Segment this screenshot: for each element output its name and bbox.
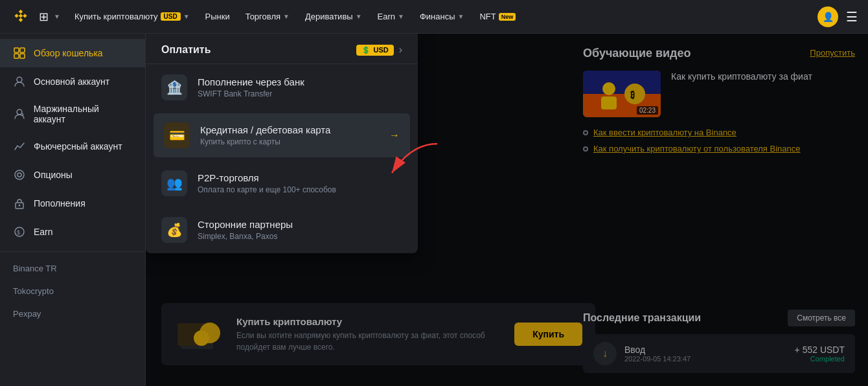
dropdown-header: Оплатить 💲 USD › — [146, 34, 418, 64]
nav-trade-chevron: ▼ — [283, 13, 290, 20]
binance-logo[interactable] — [10, 6, 31, 27]
dropdown-bank-sub: SWIFT Bank Transfer — [198, 89, 402, 98]
usd-label: USD — [373, 46, 388, 54]
nav-markets-label: Рынки — [205, 12, 230, 21]
svg-point-12 — [15, 170, 24, 179]
dropdown-card-title: Кредитная / дебетовая карта — [200, 124, 379, 135]
svg-point-10 — [17, 77, 22, 82]
nav-right: 👤 ☰ — [817, 6, 858, 27]
svg-point-15 — [19, 205, 21, 207]
dropdown-partners-sub: Simplex, Banxa, Paxos — [198, 232, 402, 241]
sidebar-item-overview[interactable]: Обзор кошелька — [0, 39, 145, 67]
sidebar-earn-icon: $ — [13, 225, 26, 238]
dropdown-card-sub: Купить крипто с карты — [200, 137, 379, 146]
sidebar-item-earn[interactable]: $ Earn — [0, 218, 145, 246]
nav-usd-badge: USD — [161, 12, 181, 21]
sidebar-item-deposits[interactable]: Пополнения — [0, 189, 145, 218]
dropdown-item-partners[interactable]: 💰 Сторонние партнеры Simplex, Banxa, Pax… — [146, 207, 418, 253]
nav-buy-crypto[interactable]: Купить криптовалюту USD ▼ — [68, 8, 196, 25]
nav-finance-chevron: ▼ — [458, 13, 464, 20]
sidebar-sub-pexpay-label: Pexpay — [13, 309, 41, 319]
dropdown-bank-text: Пополнение через банк SWIFT Bank Transfe… — [198, 76, 402, 98]
sidebar-deposits-label: Пополнения — [34, 198, 86, 209]
grid-chevron[interactable]: ▼ — [54, 13, 60, 20]
hamburger-menu-icon[interactable]: ☰ — [846, 9, 858, 25]
dropdown-p2p-sub: Оплата по карте и еще 100+ способов — [198, 185, 402, 194]
sidebar-item-options[interactable]: Опционы — [0, 161, 145, 189]
svg-rect-8 — [14, 54, 19, 58]
dropdown-p2p-text: P2P-торговля Оплата по карте и еще 100+ … — [198, 172, 402, 194]
sidebar-margin-icon — [13, 108, 26, 120]
nav-finance[interactable]: Финансы ▼ — [413, 8, 470, 25]
sidebar-sub-tokocrypto[interactable]: Tokocrypto — [0, 280, 145, 302]
sidebar-item-margin[interactable]: Маржинальный аккаунт — [0, 96, 145, 132]
grid-menu-icon[interactable]: ⊞ — [39, 10, 49, 24]
dropdown-header-right: 💲 USD › — [356, 44, 402, 56]
sidebar-overview-label: Обзор кошелька — [34, 48, 103, 58]
nav-buy-crypto-chevron: ▼ — [183, 13, 190, 20]
user-avatar[interactable]: 👤 — [817, 6, 838, 27]
nav-derivatives-label: Деривативы — [305, 12, 353, 21]
bank-icon: 🏦 — [161, 74, 187, 100]
nav-markets[interactable]: Рынки — [199, 8, 236, 25]
sidebar-futures-icon — [13, 140, 26, 153]
dropdown-partners-title: Сторонние партнеры — [198, 219, 402, 230]
p2p-icon: 👥 — [161, 170, 187, 196]
dropdown-bank-title: Пополнение через банк — [198, 76, 402, 87]
sidebar-sub-pexpay[interactable]: Pexpay — [0, 302, 145, 325]
content-area: Оплатить 💲 USD › 🏦 Пополнение через банк… — [146, 34, 868, 386]
sidebar-options-label: Опционы — [34, 170, 73, 180]
dropdown-p2p-title: P2P-торговля — [198, 172, 402, 183]
buy-crypto-dropdown: Оплатить 💲 USD › 🏦 Пополнение через банк… — [146, 34, 418, 253]
nav-earn-chevron: ▼ — [398, 13, 404, 20]
sidebar-main-account-icon — [13, 75, 26, 88]
dropdown-header-arrow: › — [399, 44, 402, 56]
sidebar-divider — [0, 251, 145, 252]
nav-derivatives[interactable]: Деривативы ▼ — [299, 8, 369, 25]
nav-nft[interactable]: NFT New — [473, 8, 522, 25]
dropdown-item-card[interactable]: 💳 Кредитная / дебетовая карта Купить кри… — [154, 113, 410, 157]
dropdown-item-p2p[interactable]: 👥 P2P-торговля Оплата по карте и еще 100… — [146, 160, 418, 207]
usd-icon: 💲 — [361, 46, 371, 54]
nav-earn-label: Earn — [378, 12, 395, 21]
svg-rect-9 — [20, 54, 25, 58]
sidebar-options-icon — [13, 168, 26, 181]
dropdown-partners-text: Сторонние партнеры Simplex, Banxa, Paxos — [198, 219, 402, 241]
nav-trade-label: Торговля — [246, 12, 280, 21]
svg-point-11 — [17, 109, 22, 115]
nav-buy-crypto-label: Купить криптовалюту — [74, 12, 158, 21]
nav-earn[interactable]: Earn ▼ — [371, 8, 411, 25]
nav-nft-badge: New — [499, 13, 516, 21]
sidebar: Обзор кошелька Основной аккаунт Маржинал… — [0, 34, 146, 386]
sidebar-deposits-icon — [13, 197, 26, 210]
sidebar-earn-label: Earn — [34, 227, 53, 237]
nav-derivatives-chevron: ▼ — [356, 13, 362, 20]
nav-finance-label: Финансы — [420, 12, 455, 21]
sidebar-overview-icon — [13, 47, 26, 60]
nav-nft-label: NFT — [479, 12, 496, 21]
usd-currency-badge[interactable]: 💲 USD — [356, 45, 393, 56]
nav-trade[interactable]: Торговля ▼ — [239, 8, 296, 25]
sidebar-item-futures[interactable]: Фьючерсный аккаунт — [0, 132, 145, 161]
sidebar-futures-label: Фьючерсный аккаунт — [34, 141, 122, 152]
svg-text:$: $ — [17, 229, 20, 236]
dropdown-item-bank[interactable]: 🏦 Пополнение через банк SWIFT Bank Trans… — [146, 64, 418, 111]
dropdown-card-text: Кредитная / дебетовая карта Купить крипт… — [200, 124, 379, 146]
logo-area: ⊞ ▼ — [10, 6, 60, 27]
sidebar-sub-tokocrypto-label: Tokocrypto — [13, 286, 54, 296]
top-nav: ⊞ ▼ Купить криптовалюту USD ▼ Рынки Торг… — [0, 0, 868, 34]
sidebar-sub-binance-tr-label: Binance TR — [13, 264, 57, 273]
dropdown-header-title: Оплатить — [161, 44, 211, 56]
sidebar-margin-label: Маржинальный аккаунт — [34, 104, 132, 124]
sidebar-main-account-label: Основной аккаунт — [34, 76, 109, 87]
svg-rect-6 — [14, 48, 19, 52]
partners-icon: 💰 — [161, 217, 187, 243]
svg-point-13 — [17, 173, 21, 177]
card-icon: 💳 — [164, 122, 190, 148]
svg-rect-7 — [20, 48, 25, 52]
sidebar-item-main-account[interactable]: Основной аккаунт — [0, 67, 145, 96]
main-layout: Обзор кошелька Основной аккаунт Маржинал… — [0, 34, 868, 386]
card-arrow-icon: → — [389, 130, 400, 141]
sidebar-sub-binance-tr[interactable]: Binance TR — [0, 257, 145, 280]
